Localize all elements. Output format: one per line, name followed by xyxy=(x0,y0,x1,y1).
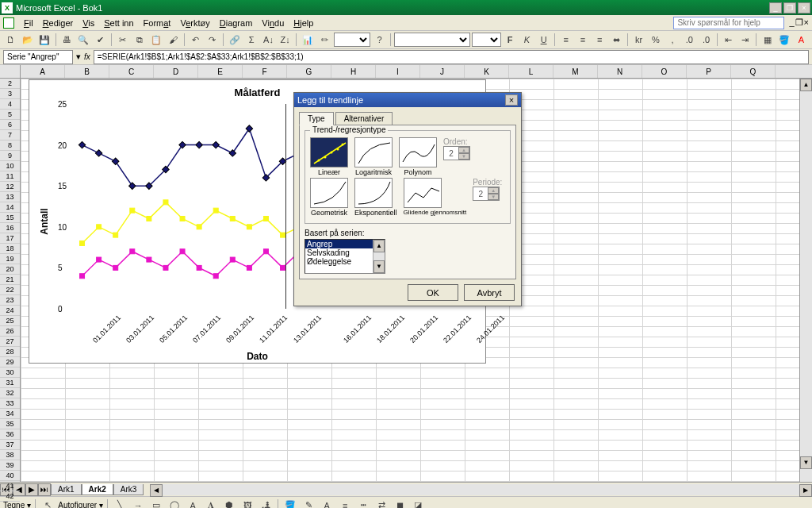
trend-log[interactable] xyxy=(354,137,393,167)
workbook-icon[interactable] xyxy=(3,17,14,29)
menu-diagram[interactable]: Diagram xyxy=(215,17,258,29)
col-J[interactable]: J xyxy=(420,65,465,78)
line-icon[interactable]: ╲ xyxy=(112,498,128,509)
redo-icon[interactable]: ↷ xyxy=(205,32,220,48)
row-19[interactable]: 19 xyxy=(0,254,20,264)
menu-view[interactable]: Vis xyxy=(78,17,99,29)
linestyle-icon[interactable]: ≡ xyxy=(337,498,353,509)
cut-icon[interactable]: ✂ xyxy=(115,32,130,48)
spell-icon[interactable]: ✔ xyxy=(93,32,108,48)
row-21[interactable]: 21 xyxy=(0,275,20,285)
fx-label[interactable]: fx xyxy=(84,52,90,61)
dialog-titlebar[interactable]: Legg til trendlinje × xyxy=(294,93,521,107)
new-icon[interactable]: 🗋 xyxy=(3,32,18,48)
dialog-close-button[interactable]: × xyxy=(505,94,518,106)
dec-decimal-icon[interactable]: .0 xyxy=(699,32,714,48)
textbox-icon[interactable]: A xyxy=(185,498,201,509)
oval-icon[interactable]: ◯ xyxy=(167,498,182,509)
name-box[interactable] xyxy=(3,50,73,64)
align-left-icon[interactable]: ≡ xyxy=(558,32,573,48)
doc-restore-button[interactable]: ❐ xyxy=(795,17,803,28)
doc-close-button[interactable]: × xyxy=(804,17,809,28)
row-23[interactable]: 23 xyxy=(0,295,20,306)
close-button[interactable]: × xyxy=(798,2,810,13)
row-15[interactable]: 15 xyxy=(0,213,20,223)
col-N[interactable]: N xyxy=(598,65,642,78)
copy-icon[interactable]: ⧉ xyxy=(132,32,147,48)
row-7[interactable]: 7 xyxy=(0,130,20,140)
tab-nav-last[interactable]: ⏭ xyxy=(38,483,51,496)
sheet-tab-ark2[interactable]: Ark2 xyxy=(82,484,113,495)
sheet-tab-ark1[interactable]: Ark1 xyxy=(51,484,82,495)
font-combo[interactable] xyxy=(394,33,470,47)
zoom-combo[interactable] xyxy=(334,33,370,47)
col-I[interactable]: I xyxy=(376,65,420,78)
merge-icon[interactable]: ⬌ xyxy=(609,32,624,48)
row-17[interactable]: 17 xyxy=(0,233,20,244)
currency-icon[interactable]: kr xyxy=(631,32,646,48)
sort-asc-icon[interactable]: A↓ xyxy=(261,32,276,48)
row-20[interactable]: 20 xyxy=(0,264,20,275)
align-right-icon[interactable]: ≡ xyxy=(592,32,607,48)
open-icon[interactable]: 📂 xyxy=(20,32,35,48)
row-22[interactable]: 22 xyxy=(0,285,20,295)
col-H[interactable]: H xyxy=(331,65,376,78)
row-40[interactable]: 40 xyxy=(0,471,20,481)
row-5[interactable]: 5 xyxy=(0,110,20,120)
wordart-icon[interactable]: 𝐀 xyxy=(203,498,219,509)
row-24[interactable]: 24 xyxy=(0,306,20,316)
trend-exp[interactable] xyxy=(354,178,393,208)
series-listbox[interactable]: Angrep Selvskading Ødeleggelse ▲▼ xyxy=(304,239,385,274)
comma-icon[interactable]: , xyxy=(665,32,680,48)
row-41[interactable]: 41 xyxy=(0,481,20,491)
doc-minimize-button[interactable]: _ xyxy=(789,17,794,28)
row-27[interactable]: 27 xyxy=(0,337,20,347)
row-16[interactable]: 16 xyxy=(0,223,20,233)
row-13[interactable]: 13 xyxy=(0,192,20,202)
format-painter-icon[interactable]: 🖌 xyxy=(166,32,181,48)
fill-color-icon[interactable]: 🪣 xyxy=(777,32,792,48)
col-C[interactable]: C xyxy=(109,65,154,78)
row-4[interactable]: 4 xyxy=(0,99,20,110)
underline-icon[interactable]: U xyxy=(536,32,551,48)
row-38[interactable]: 38 xyxy=(0,450,20,460)
sum-icon[interactable]: Σ xyxy=(244,32,259,48)
row-10[interactable]: 10 xyxy=(0,161,20,171)
scroll-down-button[interactable]: ▼ xyxy=(800,456,812,469)
row-30[interactable]: 30 xyxy=(0,368,20,378)
row-11[interactable]: 11 xyxy=(0,171,20,182)
row-29[interactable]: 29 xyxy=(0,357,20,368)
inc-decimal-icon[interactable]: .0 xyxy=(682,32,697,48)
fillcolor-icon[interactable]: 🪣 xyxy=(282,498,298,509)
menu-help[interactable]: Hjelp xyxy=(289,17,318,29)
bold-icon[interactable]: F xyxy=(503,32,518,48)
col-L[interactable]: L xyxy=(509,65,553,78)
menu-edit[interactable]: Rediger xyxy=(38,17,79,29)
chart-icon[interactable]: 📊 xyxy=(300,32,315,48)
row-14[interactable]: 14 xyxy=(0,202,20,213)
ok-button[interactable]: OK xyxy=(408,284,458,301)
row-3[interactable]: 3 xyxy=(0,89,20,99)
menu-window[interactable]: Vindu xyxy=(257,17,289,29)
paste-icon[interactable]: 📋 xyxy=(149,32,164,48)
menu-file[interactable]: FFilil xyxy=(19,17,38,29)
row-42[interactable]: 42 xyxy=(0,491,20,502)
draw-menu[interactable]: Tegne xyxy=(3,501,25,508)
vertical-scrollbar[interactable]: ▲ ▼ xyxy=(799,79,812,482)
clipart-icon[interactable]: 🖼 xyxy=(239,498,255,509)
row-36[interactable]: 36 xyxy=(0,429,20,440)
row-26[interactable]: 26 xyxy=(0,326,20,337)
row-35[interactable]: 35 xyxy=(0,419,20,429)
select-all-corner[interactable] xyxy=(0,65,21,78)
print-icon[interactable]: 🖶 xyxy=(59,32,75,48)
arrowstyle-icon[interactable]: ⇄ xyxy=(373,498,389,509)
help-icon[interactable]: ? xyxy=(372,32,387,48)
save-icon[interactable]: 💾 xyxy=(36,32,52,48)
diagram-icon[interactable]: ⬢ xyxy=(221,498,237,509)
fontsize-combo[interactable] xyxy=(472,33,501,47)
col-B[interactable]: B xyxy=(65,65,109,78)
col-F[interactable]: F xyxy=(243,65,287,78)
preview-icon[interactable]: 🔍 xyxy=(76,32,91,48)
col-E[interactable]: E xyxy=(198,65,243,78)
col-K[interactable]: K xyxy=(465,65,509,78)
